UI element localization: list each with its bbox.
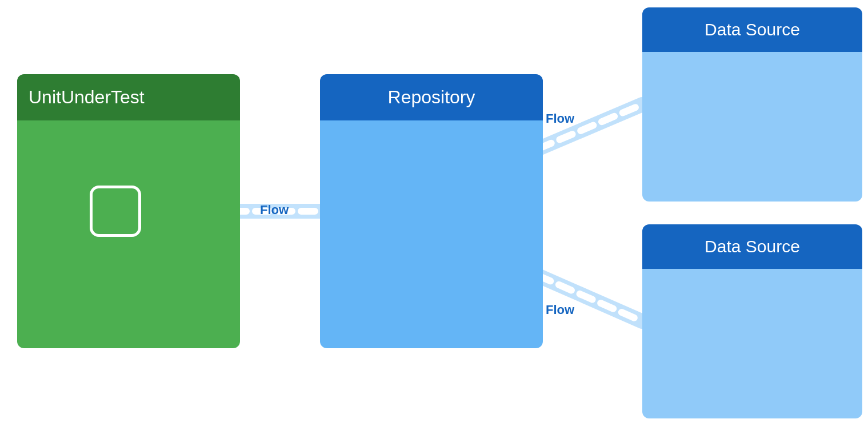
repository-title: Repository [388, 87, 475, 107]
repository-header: Repository [320, 74, 543, 120]
repository-box: Repository [320, 74, 543, 348]
data-source-top-header: Data Source [642, 7, 862, 52]
flow-label-main: Flow [260, 203, 289, 217]
data-source-top-title: Data Source [705, 20, 800, 39]
flow-label-bottom: Flow [546, 303, 574, 317]
data-source-top-box: Data Source [642, 7, 862, 202]
data-source-top-body [642, 52, 862, 202]
data-source-bottom-body [642, 269, 862, 418]
unit-under-test-title: UnitUnderTest [29, 87, 145, 107]
unit-under-test-header: UnitUnderTest [17, 74, 240, 120]
flow-label-top: Flow [546, 111, 574, 126]
diagram-container: .dashed-line { fill: none; stroke: white… [0, 0, 868, 423]
data-source-bottom-header: Data Source [642, 224, 862, 269]
unit-square-icon [90, 186, 141, 237]
repository-body [320, 120, 543, 348]
data-source-bottom-box: Data Source [642, 224, 862, 418]
data-source-bottom-title: Data Source [705, 237, 800, 256]
